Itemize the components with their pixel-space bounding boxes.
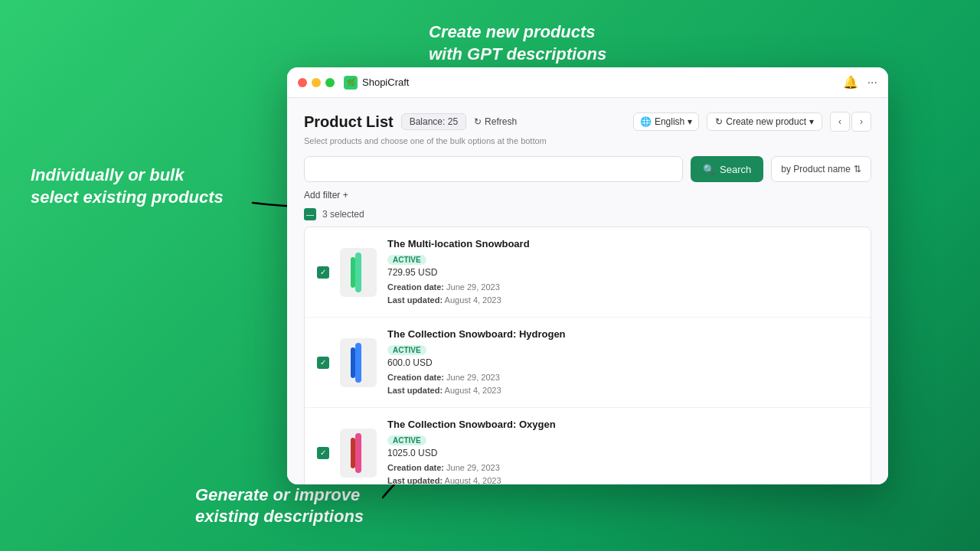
product-2-price: 600.0 USD (387, 357, 858, 368)
svg-rect-3 (355, 253, 361, 292)
search-icon: 🔍 (703, 164, 715, 175)
search-button[interactable]: 🔍 Search (691, 156, 763, 182)
table-row: ✓ The Collection Snowboard: Hydrogen ACT… (305, 318, 871, 408)
search-input[interactable] (304, 156, 683, 182)
table-row: ✓ The Multi-location Snowboard ACTIVE 72… (305, 227, 871, 318)
notification-icon[interactable]: 🔔 (843, 75, 858, 90)
chevron-down-icon: ▾ (688, 116, 692, 127)
chevron-down-icon-3: ⇅ (854, 164, 861, 174)
product-3-image (340, 429, 377, 478)
next-arrow-button[interactable]: › (851, 112, 871, 132)
page-title: Product List (304, 113, 394, 131)
product-1-status: ACTIVE (387, 255, 426, 265)
product-3-status: ACTIVE (387, 435, 426, 445)
app-icon: 🌿 (344, 76, 358, 90)
product-3-info: The Collection Snowboard: Oxygen ACTIVE … (387, 419, 858, 484)
language-selector[interactable]: 🌐 English ▾ (633, 112, 699, 131)
globe-icon: 🌐 (640, 116, 652, 127)
create-product-button[interactable]: ↻ Create new product ▾ (707, 112, 822, 131)
svg-rect-4 (351, 257, 355, 288)
title-bar-actions: 🔔 ··· (843, 75, 877, 90)
product-1-info: The Multi-location Snowboard ACTIVE 729.… (387, 238, 858, 306)
product-3-name: The Collection Snowboard: Oxygen (387, 419, 858, 430)
select-all-checkbox[interactable]: — (304, 208, 316, 220)
product-1-meta: Creation date: June 29, 2023 Last update… (387, 281, 858, 306)
annotation-bottom: Generate or improve existing description… (195, 484, 364, 528)
selected-bar: — 3 selected (304, 208, 871, 220)
header-row: Product List Balance: 25 ↻ Refresh 🌐 Eng… (304, 112, 871, 132)
svg-rect-6 (351, 347, 355, 378)
annotation-left: Individually or bulk select existing pro… (31, 165, 224, 208)
annotation-top: Create new products with GPT description… (429, 21, 606, 65)
balance-badge: Balance: 25 (401, 113, 466, 130)
header-actions: 🌐 English ▾ ↻ Create new product ▾ ‹ › (633, 112, 871, 132)
product-2-image (340, 338, 377, 387)
svg-rect-8 (351, 438, 355, 468)
product-list: ✓ The Multi-location Snowboard ACTIVE 72… (304, 227, 871, 484)
sort-button[interactable]: by Product name ⇅ (771, 156, 871, 182)
add-filter-button[interactable]: Add filter + (304, 190, 348, 201)
add-filter-label: Add filter + (304, 190, 348, 201)
svg-rect-7 (355, 433, 361, 473)
main-content: Product List Balance: 25 ↻ Refresh 🌐 Eng… (287, 98, 888, 484)
product-3-meta: Creation date: June 29, 2023 Last update… (387, 461, 858, 484)
refresh-icon: ↻ (474, 116, 482, 127)
app-title: 🌿 ShopiCraft (344, 76, 409, 90)
title-bar: 🌿 ShopiCraft 🔔 ··· (287, 67, 888, 98)
selected-count: 3 selected (322, 209, 364, 220)
close-window-btn[interactable] (298, 78, 307, 87)
product-3-checkbox[interactable]: ✓ (317, 447, 329, 459)
product-1-checkbox[interactable]: ✓ (317, 266, 329, 279)
product-2-name: The Collection Snowboard: Hydrogen (387, 328, 858, 340)
svg-rect-5 (355, 343, 361, 383)
app-name-label: ShopiCraft (362, 77, 409, 88)
minimize-window-btn[interactable] (312, 78, 321, 87)
product-2-info: The Collection Snowboard: Hydrogen ACTIV… (387, 328, 858, 396)
product-2-checkbox[interactable]: ✓ (317, 357, 329, 369)
maximize-window-btn[interactable] (325, 78, 335, 87)
product-1-image (340, 248, 377, 297)
prev-arrow-button[interactable]: ‹ (830, 112, 850, 132)
create-product-label: Create new product (726, 116, 806, 127)
sort-label: by Product name (781, 164, 851, 174)
search-row: 🔍 Search by Product name ⇅ (304, 156, 871, 182)
refresh-icon-2: ↻ (715, 116, 723, 127)
product-1-price: 729.95 USD (387, 267, 858, 278)
product-2-meta: Creation date: June 29, 2023 Last update… (387, 371, 858, 396)
app-window: 🌿 ShopiCraft 🔔 ··· Product List Balance:… (287, 67, 888, 484)
nav-arrows: ‹ › (830, 112, 871, 132)
product-3-price: 1025.0 USD (387, 448, 858, 458)
window-controls (298, 78, 335, 87)
page-subtitle: Select products and choose one of the bu… (304, 136, 871, 145)
more-options-icon[interactable]: ··· (867, 76, 877, 90)
refresh-label: Refresh (485, 116, 517, 127)
table-row: ✓ The Collection Snowboard: Oxygen ACTIV… (305, 408, 871, 484)
chevron-down-icon-2: ▾ (809, 116, 814, 127)
search-btn-label: Search (720, 164, 751, 175)
product-2-status: ACTIVE (387, 345, 426, 355)
language-label: English (655, 116, 684, 127)
product-1-name: The Multi-location Snowboard (387, 238, 858, 249)
refresh-button[interactable]: ↻ Refresh (474, 116, 517, 127)
